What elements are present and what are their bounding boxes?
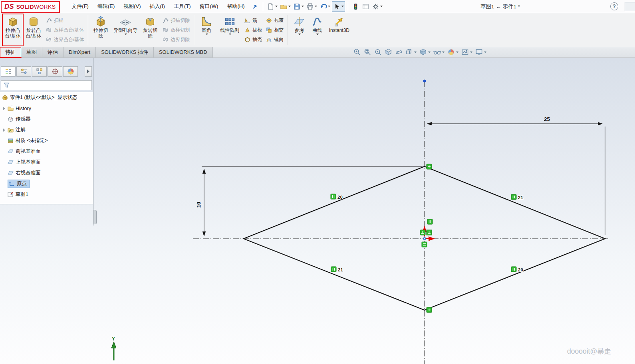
- tree-root-part[interactable]: 零件1 (默认<<默认>_显示状态: [0, 92, 93, 103]
- dimension-value-height[interactable]: 10: [196, 202, 202, 208]
- undo-button[interactable]: [319, 1, 331, 12]
- constraint-badge-bottom-vertex[interactable]: [427, 307, 432, 313]
- expand-arrow-icon[interactable]: [3, 107, 5, 110]
- dropdown-caret-icon[interactable]: [380, 6, 383, 7]
- dropdown-caret-icon[interactable]: [229, 34, 231, 35]
- select-tool-button[interactable]: [332, 1, 345, 12]
- save-button[interactable]: [292, 1, 305, 12]
- dynamic-annotation-button[interactable]: [395, 48, 403, 56]
- linear-pattern-button[interactable]: 线性阵列: [217, 14, 242, 46]
- hide-show-items-button[interactable]: [433, 48, 444, 56]
- display-style-button[interactable]: [419, 48, 431, 56]
- curves-button[interactable]: 曲线: [308, 14, 326, 46]
- dropdown-caret-icon[interactable]: [414, 51, 417, 53]
- view-settings-button[interactable]: [475, 48, 486, 56]
- menu-help[interactable]: 帮助(H): [222, 0, 249, 13]
- boundary-boss-button[interactable]: 边界凸台/基体: [45, 35, 85, 44]
- tab-solidworks-addins[interactable]: SOLIDWORKS 插件: [96, 47, 154, 57]
- revolve-cut-button[interactable]: 旋转切除: [140, 14, 161, 46]
- dropdown-caret-icon[interactable]: [456, 51, 458, 53]
- constraint-badge-top-right[interactable]: 21: [511, 194, 523, 200]
- fillet-button[interactable]: 圆角: [196, 14, 217, 46]
- window-edge-button[interactable]: [625, 2, 635, 11]
- tree-item-top-plane[interactable]: 上视基准面: [0, 157, 93, 168]
- wrap-button[interactable]: 包覆: [265, 16, 285, 25]
- view-orientation-button[interactable]: [405, 48, 417, 56]
- tree-item-sensors[interactable]: 传感器: [0, 114, 93, 125]
- menu-file[interactable]: 文件(F): [67, 0, 93, 13]
- dropdown-caret-icon[interactable]: [125, 34, 127, 35]
- menu-edit[interactable]: 编辑(E): [93, 0, 119, 13]
- dropdown-caret-icon[interactable]: [470, 51, 472, 53]
- constraint-badge-parallel[interactable]: [427, 219, 433, 224]
- dimxpertmanager-tab[interactable]: [48, 66, 62, 77]
- constraint-badge-top-left[interactable]: 20: [331, 194, 343, 200]
- dropdown-caret-icon[interactable]: [341, 6, 344, 7]
- constraint-badge-midpoint-right[interactable]: [427, 230, 432, 235]
- tab-features[interactable]: 特征: [0, 47, 21, 57]
- help-icon[interactable]: ?: [610, 2, 618, 10]
- tab-sketch[interactable]: 草图: [21, 47, 42, 57]
- settings-button[interactable]: [371, 1, 383, 12]
- menu-window[interactable]: 窗口(W): [195, 0, 222, 13]
- tab-dimxpert[interactable]: DimXpert: [64, 47, 96, 57]
- new-document-button[interactable]: [266, 1, 278, 12]
- revolve-boss-button[interactable]: 旋转凸台/基体: [23, 14, 44, 46]
- reference-geometry-button[interactable]: 参考: [290, 14, 308, 46]
- extrude-cut-button[interactable]: 拉伸切除: [90, 14, 111, 46]
- intersect-button[interactable]: 相交: [265, 26, 285, 35]
- hole-wizard-button[interactable]: 异型孔向导: [111, 14, 140, 46]
- tab-evaluate[interactable]: 评估: [42, 47, 64, 57]
- extrude-boss-button[interactable]: 拉伸凸台/基体: [2, 14, 23, 46]
- sweep-cut-button[interactable]: 扫描切除: [161, 16, 191, 25]
- menu-insert[interactable]: 插入(I): [145, 0, 169, 13]
- open-button[interactable]: [279, 1, 292, 12]
- constraint-badge-bottom-right[interactable]: 20: [511, 267, 523, 272]
- selection-filter-button[interactable]: [351, 1, 360, 12]
- dropdown-caret-icon[interactable]: [428, 51, 431, 53]
- constraint-badge-bottom-left[interactable]: 21: [331, 267, 343, 272]
- graphics-area[interactable]: 25 10 20 21 21: [0, 58, 635, 364]
- centerline-endpoint[interactable]: [423, 80, 426, 83]
- dropdown-caret-icon[interactable]: [442, 51, 444, 53]
- loft-cut-button[interactable]: 放样切割: [161, 26, 191, 35]
- draft-button[interactable]: 拔模: [243, 26, 263, 35]
- menu-tools[interactable]: 工具(T): [169, 0, 195, 13]
- apply-scene-button[interactable]: [461, 48, 472, 56]
- displaymanager-tab[interactable]: [63, 66, 78, 77]
- boundary-cut-button[interactable]: 边界切除: [161, 35, 191, 44]
- edit-appearance-button[interactable]: [447, 48, 458, 56]
- zoom-fit-button[interactable]: [353, 48, 361, 56]
- dropdown-caret-icon[interactable]: [315, 6, 317, 7]
- expand-arrow-icon[interactable]: [3, 129, 5, 132]
- options-sheet-button[interactable]: [361, 1, 370, 12]
- constraint-badge-midpoint-left[interactable]: [420, 230, 425, 235]
- dimension-value-width[interactable]: 25: [544, 116, 550, 122]
- mirror-button[interactable]: 镜向: [265, 35, 285, 44]
- tree-filter-box[interactable]: [1, 80, 92, 90]
- tab-solidworks-mbd[interactable]: SOLIDWORKS MBD: [154, 47, 213, 57]
- dropdown-caret-icon[interactable]: [288, 6, 291, 7]
- instant3d-button[interactable]: Instant3D: [326, 14, 352, 46]
- configurationmanager-tab[interactable]: [32, 66, 47, 77]
- tree-item-annotations[interactable]: 注解: [0, 125, 93, 135]
- tree-item-material[interactable]: 材质 <未指定>: [0, 135, 93, 146]
- dropdown-caret-icon[interactable]: [316, 34, 319, 35]
- dropdown-caret-icon[interactable]: [328, 6, 330, 7]
- dropdown-caret-icon[interactable]: [206, 34, 208, 35]
- print-button[interactable]: [306, 1, 318, 12]
- tree-item-history[interactable]: History: [0, 103, 93, 114]
- origin-point[interactable]: [423, 237, 425, 239]
- tree-item-sketch1[interactable]: 草图1: [0, 189, 93, 200]
- menu-view[interactable]: 视图(V): [119, 0, 145, 13]
- propertymanager-tab[interactable]: [16, 66, 31, 77]
- tree-item-origin[interactable]: 原点: [0, 178, 93, 189]
- zoom-area-button[interactable]: [364, 48, 371, 56]
- dropdown-caret-icon[interactable]: [275, 6, 278, 7]
- featuremanager-tab[interactable]: [1, 66, 16, 77]
- sweep-button[interactable]: 扫描: [45, 16, 85, 25]
- section-view-button[interactable]: [385, 48, 392, 56]
- dropdown-caret-icon[interactable]: [484, 51, 486, 53]
- constraint-badge-equal[interactable]: [422, 242, 427, 247]
- pin-menubar-icon[interactable]: [252, 4, 258, 10]
